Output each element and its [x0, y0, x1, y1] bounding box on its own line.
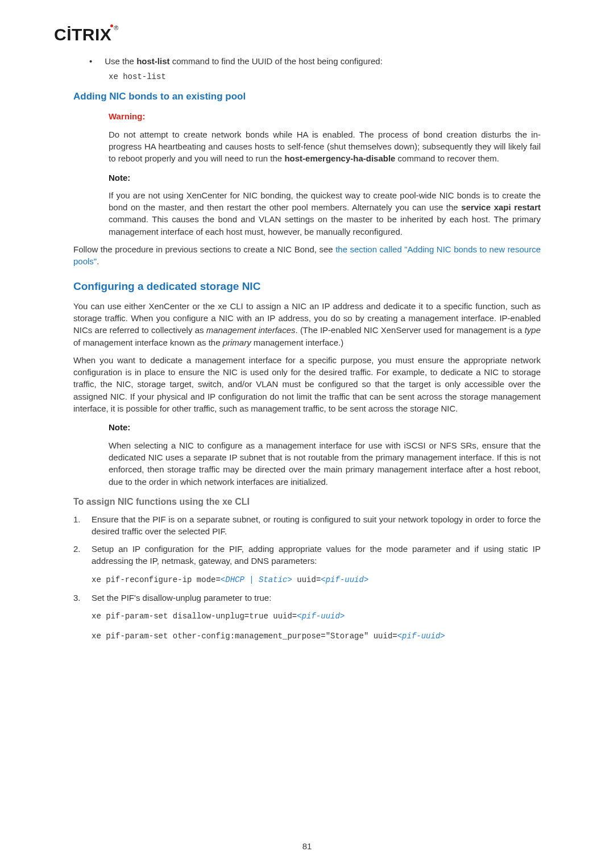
list-body: Ensure that the PIF is on a separate sub… [92, 513, 541, 538]
note-2-text: When selecting a NIC to configure as a m… [109, 439, 541, 488]
list-item: 2. Setup an IP configuration for the PIF… [73, 543, 541, 567]
conf-paragraph-2: When you want to dedicate a management i… [73, 354, 541, 414]
code-variable: <DHCP | Static> [221, 575, 292, 584]
note-label-1: Note: [109, 172, 541, 184]
list-body: Setup an IP configuration for the PIF, a… [92, 543, 541, 567]
heading-configuring-storage-nic: Configuring a dedicated storage NIC [73, 279, 560, 294]
bullet-row: • Use the host-list command to find the … [89, 55, 560, 67]
note-label-2: Note: [109, 421, 541, 433]
note-1-text: If you are not using XenCenter for NIC b… [109, 189, 541, 238]
logo-text: CİTRIX [54, 25, 111, 44]
list-number: 3. [73, 592, 92, 604]
bullet-block: • Use the host-list command to find the … [89, 55, 560, 67]
page-root: CİTRIX® • Use the host-list command to f… [0, 0, 614, 868]
code-host-list: xe host-list [109, 70, 560, 83]
ordered-list: 1. Ensure that the PIF is on a separate … [73, 513, 541, 567]
list-item: 3. Set the PIF's disallow-unplug paramet… [73, 592, 541, 604]
code-variable: <pif-uuid> [397, 632, 445, 641]
conf-paragraph-1: You can use either XenCenter or the xe C… [73, 300, 541, 348]
list-body: Set the PIF's disallow-unplug parameter … [92, 592, 541, 604]
note-2-block: Note: When selecting a NIC to configure … [109, 421, 541, 487]
bullet-text: Use the host-list command to find the UU… [105, 55, 383, 67]
logo-registered-icon: ® [114, 24, 119, 31]
heading-adding-nic-bonds: Adding NIC bonds to an existing pool [73, 90, 560, 103]
page-number: 81 [0, 840, 614, 852]
code-pif-reconfigure: xe pif-reconfigure-ip mode=<DHCP | Stati… [92, 573, 560, 587]
citrix-logo: CİTRIX® [54, 23, 560, 47]
list-item: 1. Ensure that the PIF is on a separate … [73, 513, 541, 538]
logo-dot-icon [110, 24, 113, 27]
follow-procedure-text: Follow the procedure in previous section… [73, 243, 541, 268]
list-number: 1. [73, 513, 92, 525]
warning-block: Warning: Do not attempt to create networ… [109, 110, 541, 238]
code-pif-param-other: xe pif-param-set other-config:management… [92, 629, 560, 643]
code-pif-param-disallow: xe pif-param-set disallow-unplug=true uu… [92, 609, 560, 624]
warning-label: Warning: [109, 110, 541, 122]
list-number: 2. [73, 543, 92, 555]
bullet-icon: • [89, 55, 92, 67]
warning-text: Do not attempt to create network bonds w… [109, 128, 541, 165]
ordered-list-cont: 3. Set the PIF's disallow-unplug paramet… [73, 592, 541, 604]
code-variable: <pif-uuid> [321, 575, 368, 584]
heading-assign-nic-functions: To assign NIC functions using the xe CLI [73, 496, 560, 509]
code-variable: <pif-uuid> [297, 612, 345, 621]
